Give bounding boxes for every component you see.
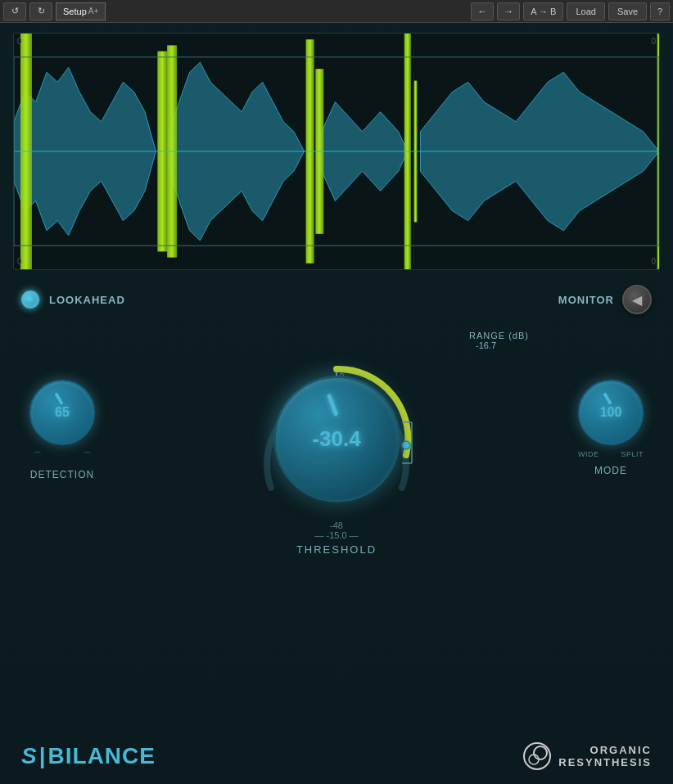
detection-right-arrow: ⌒	[83, 450, 92, 462]
brand-footer: S | BILANCE ORGANIC RESYNTHESIS	[13, 741, 660, 774]
threshold-marker-48: -48	[330, 520, 343, 530]
detection-arrows: ⌒ ⌒	[33, 450, 92, 462]
monitor-button[interactable]: ◀	[622, 285, 652, 314]
mode-wide-label: WIDE	[578, 450, 599, 458]
help-button[interactable]: ?	[650, 2, 670, 20]
lookahead-group: LOOKAHEAD	[21, 291, 125, 309]
mode-labels-row: WIDE SPLIT	[578, 450, 644, 458]
organic-logo-icon	[522, 741, 552, 771]
load-button[interactable]: Load	[567, 2, 604, 20]
save-button[interactable]: Save	[608, 2, 647, 20]
range-label: RANGE (dB)	[469, 331, 529, 340]
toolbar: ↺ ↻ Setup A+ ← → A → B Load Save ?	[0, 0, 673, 23]
mode-split-label: SPLIT	[621, 450, 644, 458]
organic-line1: ORGANIC	[590, 744, 652, 756]
brand-name: S | BILANCE	[21, 743, 156, 769]
waveform-display[interactable]: 0 0 0 0	[13, 33, 660, 270]
threshold-knob-wrapper: 0 -30.4	[255, 357, 418, 520]
mode-label: MODE	[594, 465, 627, 476]
detection-label: DETECTION	[30, 469, 94, 480]
waveform-bottom-left-label: 0	[17, 257, 22, 266]
plugin-main: 0 0 0 0 LOOKAHEAD MONITOR ◀ 65 ⌒	[0, 23, 673, 784]
organic-line2: RESYNTHESIS	[558, 756, 652, 768]
waveform-canvas	[14, 34, 659, 269]
threshold-value: -30.4	[312, 426, 360, 452]
svg-point-5	[402, 441, 410, 449]
brand-organic: ORGANIC RESYNTHESIS	[522, 741, 652, 771]
mode-knob-container: 100	[578, 380, 644, 445]
brand-pipe: |	[39, 743, 46, 769]
range-value: -16.7	[476, 340, 496, 350]
monitor-label: MONITOR	[558, 294, 614, 306]
waveform-bottom-right-label: 0	[651, 257, 656, 266]
detection-left-arrow: ⌒	[33, 450, 42, 462]
monitor-icon: ◀	[632, 292, 642, 308]
lookahead-indicator[interactable]	[21, 291, 39, 309]
ab-button[interactable]: A → B	[523, 2, 563, 20]
svg-point-7	[534, 746, 547, 759]
detection-value: 65	[55, 405, 70, 420]
prev-preset-button[interactable]: ←	[471, 2, 494, 20]
mode-knob[interactable]: 100	[578, 380, 644, 445]
redo-button[interactable]: ↻	[29, 2, 52, 20]
threshold-label: THRESHOLD	[296, 543, 377, 556]
monitor-group: MONITOR ◀	[558, 285, 652, 314]
detection-group: 65 ⌒ ⌒ DETECTION	[29, 380, 95, 480]
lookahead-label: LOOKAHEAD	[49, 294, 125, 306]
brand-bilance: BILANCE	[48, 743, 156, 769]
mode-value: 100	[600, 405, 622, 420]
organic-text: ORGANIC RESYNTHESIS	[558, 744, 652, 768]
undo-button[interactable]: ↺	[3, 2, 26, 20]
knobs-section: 65 ⌒ ⌒ DETECTION RANGE (dB) -16.7	[13, 331, 660, 556]
threshold-bottom-labels: -48 — -15.0 — THRESHOLD	[296, 520, 377, 556]
detection-knob[interactable]: 65	[29, 380, 95, 445]
next-preset-button[interactable]: →	[497, 2, 520, 20]
brand-s: S	[21, 743, 37, 769]
threshold-marker-15: — -15.0 —	[314, 530, 358, 540]
controls-row: LOOKAHEAD MONITOR ◀	[13, 285, 660, 314]
waveform-top-left-label: 0	[17, 37, 22, 46]
setup-label: Setup	[63, 7, 87, 16]
preset-label: A+	[88, 7, 99, 16]
setup-display: Setup A+	[56, 2, 106, 20]
waveform-top-right-label: 0	[651, 37, 656, 46]
detection-knob-container: 65	[29, 380, 95, 445]
threshold-knob[interactable]: -30.4	[273, 376, 400, 502]
threshold-group: RANGE (dB) -16.7 0	[95, 331, 578, 556]
mode-group: 100 WIDE SPLIT MODE	[578, 380, 644, 476]
